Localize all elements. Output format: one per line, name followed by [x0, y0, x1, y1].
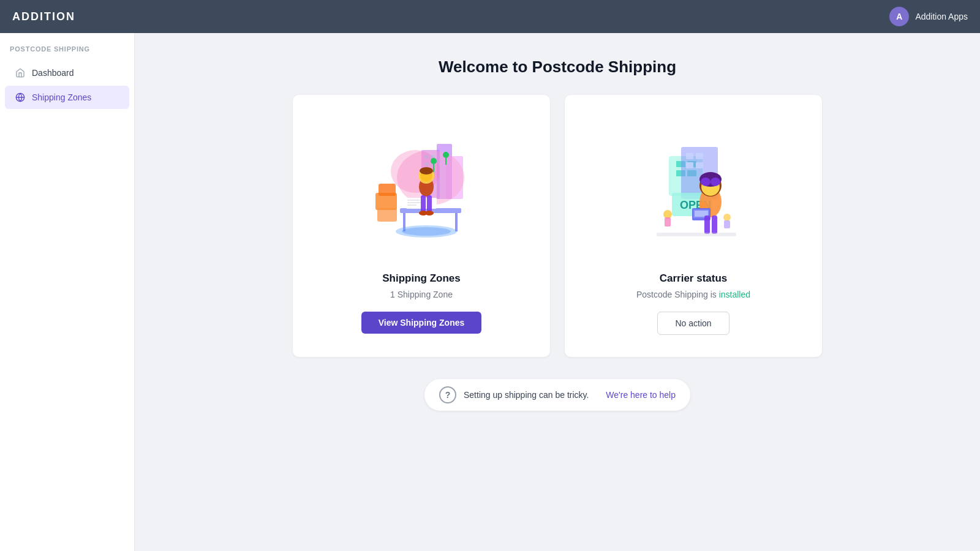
user-menu[interactable]: A Addition Apps: [889, 7, 968, 26]
topnav: ADDITION A Addition Apps: [0, 0, 980, 33]
carrier-status-word: installed: [719, 290, 750, 299]
svg-point-30: [431, 158, 437, 164]
sidebar-item-dashboard-label: Dashboard: [32, 68, 74, 78]
svg-point-25: [420, 167, 433, 174]
main-content: Welcome to Postcode Shipping: [135, 33, 980, 551]
card-carrier-status: OPEN: [565, 95, 822, 357]
card-shipping-zones-title: Shipping Zones: [382, 272, 461, 285]
svg-rect-62: [657, 233, 736, 236]
shipping-illustration: [348, 113, 495, 260]
help-banner: ? Setting up shipping can be tricky. We'…: [172, 379, 943, 411]
sidebar-item-dashboard[interactable]: Dashboard: [5, 61, 129, 84]
view-shipping-zones-button[interactable]: View Shipping Zones: [361, 312, 482, 334]
svg-point-50: [701, 178, 710, 186]
svg-point-31: [443, 152, 449, 158]
svg-point-51: [710, 178, 720, 186]
svg-point-60: [723, 214, 731, 221]
layout: POSTCODE SHIPPING Dashboard Shipping Zon…: [0, 33, 980, 551]
svg-rect-26: [421, 195, 426, 212]
svg-rect-13: [379, 184, 396, 196]
svg-rect-17: [455, 213, 458, 231]
cards-row: Shipping Zones 1 Shipping Zone View Ship…: [282, 95, 833, 357]
svg-point-29: [425, 211, 434, 216]
sidebar-item-shipping-zones-label: Shipping Zones: [32, 92, 91, 102]
svg-rect-21: [407, 204, 417, 206]
help-link[interactable]: We're here to help: [606, 390, 676, 400]
svg-rect-56: [704, 216, 710, 234]
help-text: Setting up shipping can be tricky.: [464, 390, 589, 400]
page-title: Welcome to Postcode Shipping: [172, 58, 943, 77]
svg-rect-59: [665, 217, 671, 227]
card-shipping-zones-subtitle: 1 Shipping Zone: [390, 290, 453, 299]
app-logo: ADDITION: [12, 10, 75, 23]
carrier-illustration: OPEN: [620, 113, 767, 260]
avatar: A: [889, 7, 909, 26]
svg-rect-27: [427, 195, 432, 212]
help-pill: ? Setting up shipping can be tricky. We'…: [424, 379, 690, 411]
svg-rect-40: [686, 153, 693, 159]
svg-rect-43: [696, 162, 703, 168]
sidebar-section-label: POSTCODE SHIPPING: [0, 45, 134, 60]
svg-rect-57: [712, 216, 717, 234]
help-icon: ?: [439, 386, 456, 403]
carrier-subtitle-prefix: Postcode Shipping is: [636, 290, 719, 299]
home-icon: [15, 67, 26, 78]
sidebar-item-shipping-zones[interactable]: Shipping Zones: [5, 86, 129, 109]
no-action-button[interactable]: No action: [657, 312, 729, 335]
svg-point-58: [663, 210, 672, 219]
globe-icon: [15, 92, 26, 103]
svg-rect-14: [377, 208, 397, 222]
svg-rect-61: [724, 220, 730, 228]
card-shipping-zones: Shipping Zones 1 Shipping Zone View Ship…: [293, 95, 550, 357]
card-carrier-subtitle: Postcode Shipping is installed: [636, 290, 750, 299]
user-label: Addition Apps: [915, 12, 968, 21]
card-carrier-title: Carrier status: [660, 272, 728, 285]
sidebar: POSTCODE SHIPPING Dashboard Shipping Zon…: [0, 33, 135, 551]
svg-point-33: [402, 227, 451, 236]
svg-rect-42: [686, 162, 693, 168]
svg-rect-41: [696, 153, 703, 159]
svg-rect-19: [407, 200, 420, 201]
